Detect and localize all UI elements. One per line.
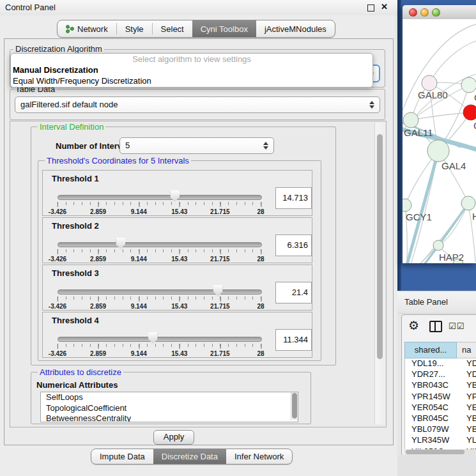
node-gal11[interactable] [403, 112, 418, 128]
network-canvas[interactable]: GAL80 GA CY GAL11 GAL4 GCY1 H HAP2 [403, 19, 476, 263]
cell-name: YDL1 [463, 358, 476, 369]
cell-shared-name: YDR27... [405, 369, 463, 380]
table-row[interactable]: YPR145W YPR1 [405, 392, 476, 403]
slider-tick-labels: -3.4262.8599.14415.4321.71528 [58, 254, 261, 263]
tick-label: 9.144 [131, 303, 147, 310]
node-gal80[interactable] [422, 75, 437, 91]
threshold-3-slider-track[interactable] [58, 289, 262, 295]
node-red-selected[interactable] [463, 105, 476, 120]
number-of-intervals-value: 5 [125, 141, 130, 150]
threshold-2-value-field[interactable]: 6.316 [275, 234, 312, 256]
tab-select[interactable]: Select [153, 20, 192, 37]
cell-name: YBL0 [463, 424, 476, 435]
attributes-group-title: Attributes to discretize [38, 367, 123, 377]
tick-label: 2.859 [90, 350, 106, 357]
numerical-attributes-list[interactable]: SelfLoopsTopologicalCoefficientBetweenne… [40, 392, 298, 422]
tab-discretize-data-label: Discretize Data [162, 452, 218, 461]
bottom-tab-bar: Impute Data Discretize Data Infer Networ… [91, 449, 293, 464]
threshold-3-card: Threshold 3 -3.4262.8599.14415.4321.7152… [42, 265, 312, 311]
number-of-intervals-combobox[interactable]: 5 [119, 137, 274, 154]
node-gal4[interactable] [427, 140, 449, 162]
table-row[interactable]: YER054C YER0 [405, 403, 476, 413]
tab-impute-data[interactable]: Impute Data [91, 449, 153, 464]
close-icon[interactable]: ✕ [381, 2, 388, 12]
table-body: YDL19... YDL1 YDR27... YDR2 YBR043C YBR0… [404, 358, 476, 449]
table-row[interactable]: YBR045C YBR0 [405, 413, 476, 424]
table-panel: ⚙ ☑☑ shared... na YDL19... YDL1 YDR27...… [401, 314, 476, 456]
table-row[interactable]: YBL079W YBL0 [405, 424, 476, 435]
close-traffic-light[interactable] [409, 8, 417, 17]
threshold-1-slider-thumb[interactable] [170, 190, 180, 202]
slider-minor-ticks [58, 296, 261, 300]
tick-label: 15.43 [171, 208, 187, 215]
cell-shared-name: YER054C [405, 403, 463, 413]
table-row[interactable]: YBR043C YBR0 [405, 380, 476, 391]
zoom-traffic-light[interactable] [432, 8, 440, 17]
table-data-combobox[interactable]: galFiltered.sif default node [15, 96, 380, 113]
scrollbar-thumb[interactable] [406, 450, 464, 454]
table-horizontal-scrollbar[interactable] [404, 449, 476, 455]
threshold-1-value-field[interactable]: 14.713 [275, 187, 312, 209]
settings-vertical-scrollbar[interactable] [374, 123, 385, 424]
node-label-cy: CY [473, 120, 476, 131]
threshold-4-slider-track[interactable] [58, 337, 262, 342]
cell-shared-name: YBR045C [405, 413, 463, 424]
attribute-item[interactable]: SelfLoops [41, 392, 298, 403]
tab-infer-network[interactable]: Infer Network [226, 449, 292, 464]
tab-jactivemnodules[interactable]: jActiveMNodules [256, 20, 335, 37]
tick-label: 2.859 [90, 208, 106, 215]
tick-label: -3.426 [49, 303, 66, 310]
attributes-list-scrollbar[interactable] [291, 392, 298, 420]
apply-button[interactable]: Apply [153, 430, 194, 445]
select-checkboxes-icon[interactable]: ☑☑ [449, 321, 464, 331]
slider-minor-ticks [58, 202, 261, 205]
threshold-1-slider-track[interactable] [58, 195, 262, 200]
threshold-4-label: Threshold 4 [52, 316, 99, 325]
column-header-name[interactable]: na [457, 342, 476, 358]
numerical-attributes-label: Numerical Attributes [36, 380, 118, 390]
threshold-4-slider-thumb[interactable] [148, 332, 158, 344]
dropdown-option-manual[interactable]: Manual Discretization [11, 65, 372, 76]
threshold-2-slider-thumb[interactable] [116, 238, 125, 249]
attribute-item[interactable]: TopologicalCoefficient [41, 403, 298, 414]
node-gcy1[interactable] [403, 199, 411, 211]
threshold-2-label: Threshold 2 [52, 221, 99, 231]
table-data-value: galFiltered.sif default node [20, 100, 118, 109]
threshold-3-slider-thumb[interactable] [213, 285, 223, 296]
interval-definition-group: Interval Definition Number of Intervals … [31, 127, 336, 365]
tick-label: 2.859 [90, 303, 106, 310]
tab-jactivemnodules-label: jActiveMNodules [265, 24, 326, 34]
tick-label: 9.144 [131, 350, 147, 357]
tick-label: -3.426 [49, 350, 66, 357]
tab-cyni-toolbox[interactable]: Cyni Toolbox [192, 20, 256, 37]
gear-icon[interactable]: ⚙ [408, 318, 419, 333]
table-row[interactable]: YDL19... YDL1 [405, 358, 476, 369]
table-row[interactable]: YLR345W YLR3 [405, 435, 476, 446]
thresholds-group-title: Threshold's Coordinates for 5 Intervals [45, 156, 191, 165]
node-hap2[interactable] [433, 240, 443, 250]
threshold-2-slider-track[interactable] [58, 242, 262, 247]
cell-name: YPR1 [463, 392, 476, 403]
control-panel-titlebar: Control Panel ✕ [0, 0, 397, 15]
column-header-shared-name[interactable]: shared... [404, 342, 457, 358]
tab-cyni-toolbox-label: Cyni Toolbox [201, 24, 248, 34]
tab-discretize-data[interactable]: Discretize Data [153, 449, 226, 464]
node-ga[interactable] [461, 77, 476, 93]
tab-select-label: Select [161, 24, 184, 34]
minimize-traffic-light[interactable] [420, 8, 429, 17]
tab-style[interactable]: Style [117, 20, 152, 37]
threshold-4-value-field[interactable]: 11.344 [275, 329, 312, 351]
node-h[interactable] [461, 196, 475, 210]
table-row[interactable]: YDR27... YDR2 [405, 369, 476, 380]
tab-network[interactable]: Network [58, 20, 116, 37]
attribute-item[interactable]: BetweennessCentrality [41, 413, 298, 422]
columns-icon[interactable] [429, 321, 442, 332]
threshold-3-value-field[interactable]: 21.4 [275, 282, 312, 303]
bottom-right-background [397, 455, 476, 476]
scrollbar-thumb[interactable] [377, 134, 383, 359]
cell-shared-name: YDL19... [405, 358, 463, 369]
network-view-window: GAL80 GA CY GAL11 GAL4 GCY1 H HAP2 [403, 5, 476, 263]
float-window-icon[interactable] [367, 4, 374, 12]
dropdown-option-equal-width[interactable]: Equal Width/Frequency Discretization [11, 76, 372, 87]
scrollbar-thumb[interactable] [292, 393, 297, 418]
